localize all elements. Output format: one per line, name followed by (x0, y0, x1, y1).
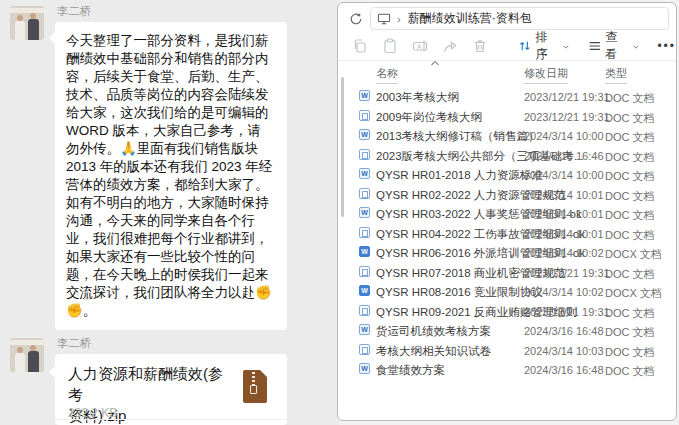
file-date-modified: 2024/3/14 10:00 (524, 169, 604, 181)
zip-icon-fold (260, 370, 267, 377)
file-type: DOC 文档 (605, 208, 655, 223)
chevron-down-icon (632, 43, 640, 51)
file-row[interactable]: QYSR HR04-2022 工伤事故管理细则- ok 2024/3/14 10… (338, 224, 676, 244)
file-type: DOCX 文档 (605, 286, 662, 301)
file-date-modified: 2023/12/21 19:31 (524, 111, 610, 123)
word-document-icon (359, 188, 370, 199)
file-list: 2003年考核大纲 2023/12/21 19:31 DOC 文档 2009年岗… (338, 87, 676, 380)
file-date-modified: 2024/3/16 16:48 (524, 325, 604, 337)
word-document-icon (359, 285, 370, 296)
word-document-icon (359, 129, 370, 140)
file-type: DOC 文档 (605, 306, 655, 321)
address-bar: › 薪酬绩效训练营·资料包 (338, 3, 676, 32)
file-row[interactable]: 货运司机绩效考核方案 2024/3/16 16:48 DOC 文档 (338, 321, 676, 341)
file-row[interactable]: 食堂绩效方案 2024/3/16 16:48 DOC 文档 (338, 360, 676, 380)
file-type: DOC 文档 (605, 345, 655, 360)
file-name: QYSR HR01-2018 人力资源标准 (376, 168, 543, 183)
file-row[interactable]: QYSR HR01-2018 人力资源标准 2024/3/14 10:00 DO… (338, 165, 676, 185)
avatar-photo-detail (28, 19, 39, 40)
file-row[interactable]: QYSR HR07-2018 商业机密管理规范 2023/12/21 19:31… (338, 263, 676, 283)
refresh-icon (349, 12, 363, 26)
word-document-icon (359, 305, 370, 316)
word-document-icon (359, 90, 370, 101)
word-document-icon (359, 149, 370, 160)
svg-text:A: A (417, 43, 422, 50)
sort-arrows-icon (518, 39, 532, 53)
file-date-modified: 2024/3/14 10:00 (524, 130, 604, 142)
sender-name: 李二桥 (57, 4, 92, 19)
file-date-modified: 2024/3/16 16:46 (524, 150, 604, 162)
file-row[interactable]: QYSR HR03-2022 人事奖惩管理细则-ok 2024/3/14 10:… (338, 204, 676, 224)
avatar-photo-detail (15, 21, 25, 40)
file-row[interactable]: 2023版考核大纲公共部分（三项基础考... 2024/3/16 16:46 D… (338, 146, 676, 166)
file-type: DOC 文档 (605, 111, 655, 126)
file-type: DOC 文档 (605, 130, 655, 145)
file-type: DOC 文档 (605, 150, 655, 165)
file-message-card[interactable]: 人力资源和薪酬绩效(参考 资料).zip 232.2 KB (55, 354, 287, 425)
file-date-modified: 2024/3/14 10:01 (524, 189, 604, 201)
view-label: 查看 (605, 29, 628, 63)
file-date-modified: 2024/3/14 10:03 (524, 345, 604, 357)
file-row[interactable]: 2003年考核大纲 2023/12/21 19:31 DOC 文档 (338, 87, 676, 107)
zip-file-icon (243, 370, 267, 403)
avatar[interactable] (10, 338, 44, 372)
avatar-photo-detail (15, 353, 25, 372)
file-type: DOC 文档 (605, 267, 655, 282)
file-row[interactable]: 考核大纲相关知识试卷 2024/3/14 10:03 DOC 文档 (338, 341, 676, 361)
file-date-modified: 2024/3/14 10:02 (524, 247, 604, 259)
file-row[interactable]: QYSR HR06-2016 外派培训管理细则 -ok 2024/3/14 10… (338, 243, 676, 263)
file-name: 考核大纲相关知识试卷 (376, 344, 491, 359)
chat-panel: 李二桥 今天整理了一部分资料，是我们薪 酬绩效中基础部分和销售的部分内 容，后续… (0, 0, 339, 425)
file-row[interactable]: QYSR HR08-2016 竞业限制协议 2024/3/14 10:02 DO… (338, 282, 676, 302)
avatar-photo-detail (28, 351, 39, 372)
zip-icon-zipper (252, 372, 255, 386)
file-row[interactable]: 2013考核大纲修订稿（销售篇） 2024/3/14 10:00 DOC 文档 (338, 126, 676, 146)
file-row[interactable]: QYSR HR02-2022 人力资源管理规范 2024/3/14 10:01 … (338, 185, 676, 205)
chat-message-bubble: 今天整理了一部分资料，是我们薪 酬绩效中基础部分和销售的部分内 容，后续关于食堂… (55, 22, 287, 330)
more-options-button[interactable]: ••• (657, 39, 676, 53)
file-explorer-window: › 薪酬绩效训练营·资料包 A (337, 2, 677, 421)
file-type: DOC 文档 (605, 169, 655, 184)
file-type: DOC 文档 (605, 91, 655, 106)
column-header-name[interactable]: 名称 (376, 66, 398, 84)
file-row[interactable]: QYSR HR09-2021 反商业贿赂管理细则 2023/12/21 19:3… (338, 302, 676, 322)
file-name: 2009年岗位考核大纲 (376, 110, 482, 125)
sort-label: 排序 (536, 29, 559, 63)
file-date-modified: 2024/3/14 10:01 (524, 208, 604, 220)
file-size: 232.2 KB (68, 406, 117, 420)
breadcrumb-chevron-icon: › (397, 13, 401, 25)
file-date-modified: 2024/3/14 10:02 (524, 286, 604, 298)
file-type: DOC 文档 (605, 325, 655, 340)
card-divider (55, 419, 287, 420)
view-button[interactable]: 查看 (588, 29, 640, 63)
file-date-modified: 2024/3/16 16:48 (524, 364, 604, 376)
file-row[interactable]: 2009年岗位考核大纲 2023/12/21 19:31 DOC 文档 (338, 107, 676, 127)
sort-button[interactable]: 排序 (518, 29, 570, 63)
file-name: 食堂绩效方案 (376, 363, 445, 378)
word-document-icon (359, 110, 370, 121)
column-header-date[interactable]: 修改日期 (524, 66, 568, 84)
file-name: 2003年考核大纲 (376, 90, 459, 105)
zip-icon-pull (250, 385, 257, 394)
refresh-button[interactable] (346, 9, 366, 29)
avatar[interactable] (10, 6, 44, 40)
share-icon[interactable] (442, 38, 458, 54)
word-document-icon (359, 207, 370, 218)
word-document-icon (359, 344, 370, 355)
copy-icon[interactable] (352, 38, 368, 54)
sender-name: 李二桥 (57, 336, 92, 351)
column-headers: 名称 修改日期 类型 (338, 66, 676, 84)
file-name: 2013考核大纲修订稿（销售篇） (376, 129, 540, 144)
file-type: DOC 文档 (605, 364, 655, 379)
column-header-type[interactable]: 类型 (605, 66, 627, 84)
breadcrumb-path[interactable]: 薪酬绩效训练营·资料包 (408, 10, 532, 27)
delete-icon[interactable] (472, 38, 488, 54)
address-input[interactable]: › 薪酬绩效训练营·资料包 (370, 7, 669, 30)
word-document-icon (359, 246, 370, 257)
file-type: DOC 文档 (605, 189, 655, 204)
paste-icon[interactable] (382, 38, 398, 54)
rename-icon[interactable]: A (412, 38, 428, 54)
file-date-modified: 2023/12/21 19:31 (524, 306, 610, 318)
this-pc-icon (377, 13, 391, 25)
explorer-toolbar: A 排序 查看 (338, 32, 676, 61)
